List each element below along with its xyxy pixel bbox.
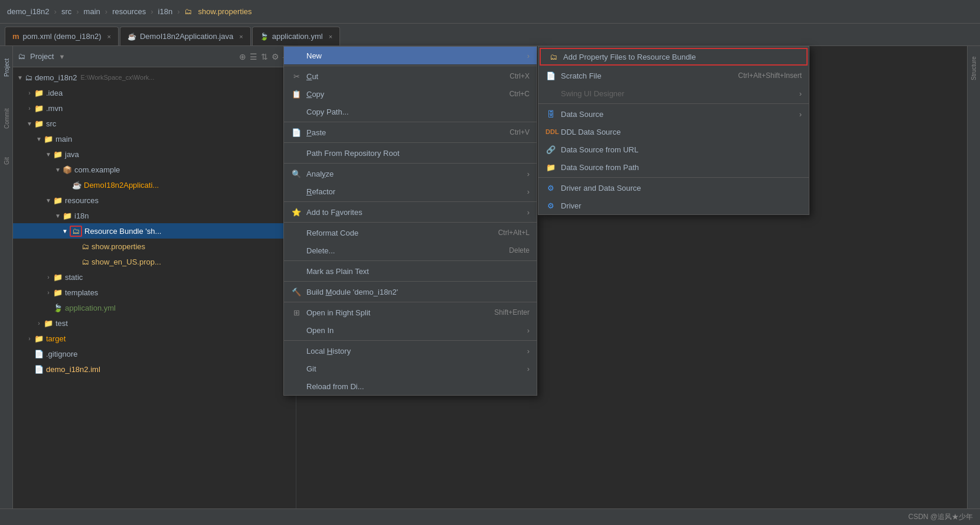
panel-expand-btn[interactable]: ⇅ (261, 52, 268, 61)
menu-analyze-arrow: › (527, 169, 530, 178)
breadcrumb-main[interactable]: main (84, 7, 100, 16)
tree-item-idea[interactable]: › 📁 .idea (13, 85, 296, 100)
menu-favorites-arrow: › (527, 208, 530, 217)
tab-pom[interactable]: m pom.xml (demo_i18n2) × (5, 27, 119, 45)
left-vtab-project[interactable]: Project (0, 50, 13, 85)
submenu-driver-label: Driver (561, 201, 802, 210)
tree-mvn-icon: 📁 (34, 104, 44, 113)
tree-idea-icon: 📁 (34, 89, 44, 97)
submenu-ddl-icon: DDL (545, 128, 556, 135)
menu-item-delete[interactable]: Delete... Delete (284, 242, 537, 259)
menu-favorites-label: Add to Favorites (306, 208, 520, 217)
menu-build-label: Build Module 'demo_i18n2' (306, 288, 530, 296)
breadcrumb-src[interactable]: src (61, 7, 71, 16)
tree-item-templates[interactable]: › 📁 templates (13, 285, 296, 300)
tree-target-icon: 📁 (34, 334, 44, 343)
tree-item-i18n[interactable]: ▼ 📁 i18n (13, 208, 296, 223)
menu-item-git[interactable]: Git › (284, 360, 537, 377)
tree-templates-arrow: › (44, 289, 53, 296)
submenu-item-scratch[interactable]: 📄 Scratch File Ctrl+Alt+Shift+Insert (538, 67, 809, 84)
tree-item-mvn[interactable]: › 📁 .mvn (13, 100, 296, 116)
tab-java[interactable]: ☕ DemoI18n2Application.java × (120, 27, 251, 45)
submenu-scratch-label: Scratch File (561, 71, 733, 80)
submenu-item-driver-ds[interactable]: ⚙ Driver and Data Source (538, 179, 809, 197)
menu-item-open-in[interactable]: Open In › (284, 321, 537, 339)
menu-item-refactor[interactable]: Refactor › (284, 182, 537, 200)
tree-root[interactable]: ▼ 🗂 demo_i18n2 E:\WorkSpace_cx\Work... (13, 70, 296, 85)
submenu-item-ds-path[interactable]: 📁 Data Source from Path (538, 158, 809, 176)
tab-pom-close[interactable]: × (107, 33, 111, 40)
submenu-sep-1 (538, 103, 809, 104)
tree-item-resource-bundle[interactable]: ▼ 🗂 Resource Bundle 'sh... (13, 223, 296, 239)
tab-yml-close[interactable]: × (329, 33, 332, 40)
submenu-ds-arrow: › (799, 110, 802, 119)
submenu-item-add-property[interactable]: 🗂 Add Property Files to Resource Bundle (540, 48, 808, 66)
tree-item-gitignore[interactable]: › 📄 .gitignore (13, 346, 296, 361)
submenu-item-ds-url[interactable]: 🔗 Data Source from URL (538, 141, 809, 158)
submenu-ds-path-label: Data Source from Path (561, 163, 802, 172)
menu-sep-7 (284, 260, 537, 261)
tree-item-java[interactable]: ▼ 📁 java (13, 146, 296, 162)
tab-java-close[interactable]: × (239, 33, 243, 40)
menu-item-open-right-split[interactable]: ⊞ Open in Right Split Shift+Enter (284, 304, 537, 321)
bottom-bar: CSDN @追风★少年 (0, 508, 980, 525)
tab-yml-label: application.yml (272, 32, 323, 41)
menu-new-label: New (306, 51, 520, 60)
menu-item-mark-plain[interactable]: Mark as Plain Text (284, 262, 537, 280)
submenu-item-ddl-ds[interactable]: DDL DDL Data Source (538, 123, 809, 141)
context-menu: New › ✂ Cut Ctrl+X 📋 Copy Ctrl+C Copy Pa… (283, 46, 537, 396)
panel-dropdown-icon[interactable]: ▼ (58, 53, 65, 60)
tree-item-com-example[interactable]: ▼ 📦 com.example (13, 162, 296, 177)
menu-item-paste[interactable]: 📄 Paste Ctrl+V (284, 123, 537, 141)
tab-yml[interactable]: 🍃 application.yml × (252, 27, 340, 45)
menu-delete-shortcut: Delete (509, 246, 530, 255)
tree-item-static[interactable]: › 📁 static (13, 269, 296, 285)
submenu-driver-ds-icon: ⚙ (545, 184, 556, 193)
tree-item-app-yml[interactable]: › 🍃 application.yml (13, 300, 296, 315)
left-vtab-commit[interactable]: Commit (0, 104, 13, 133)
menu-item-build[interactable]: 🔨 Build Module 'demo_i18n2' (284, 283, 537, 301)
tree-item-show-properties[interactable]: › 🗂 show.properties (13, 239, 296, 254)
tree-item-target[interactable]: › 📁 target (13, 331, 296, 346)
breadcrumb-i18n[interactable]: i18n (158, 7, 173, 16)
tree-item-resources[interactable]: ▼ 📁 resources (13, 193, 296, 208)
panel-settings-btn[interactable]: ☰ (250, 52, 257, 61)
submenu-add-prop-icon: 🗂 (548, 53, 558, 61)
tab-yml-icon: 🍃 (260, 32, 269, 41)
submenu-item-driver[interactable]: ⚙ Driver (538, 197, 809, 214)
menu-item-analyze[interactable]: 🔍 Analyze › (284, 165, 537, 182)
left-vtab-git[interactable]: Git (0, 152, 13, 170)
menu-item-reload[interactable]: Reload from Di... (284, 377, 537, 395)
tree-seu-icon: 🗂 (81, 257, 89, 266)
tree-root-icon: 🗂 (25, 73, 32, 82)
tree-item-test[interactable]: › 📁 test (13, 315, 296, 331)
menu-reload-label: Reload from Di... (306, 382, 530, 391)
menu-open-in-label: Open In (306, 326, 520, 335)
right-tab-structure[interactable]: Structure (971, 51, 977, 86)
breadcrumb-bar: demo_i18n2 › src › main › resources › i1… (0, 0, 980, 24)
tree-test-icon: 📁 (44, 319, 53, 328)
panel-locate-btn[interactable]: ⊕ (239, 52, 246, 61)
menu-item-path-repo[interactable]: Path From Repository Root (284, 144, 537, 162)
breadcrumb-resources[interactable]: resources (112, 7, 146, 16)
menu-item-favorites[interactable]: ⭐ Add to Favorites › (284, 203, 537, 221)
tree-item-demo-app[interactable]: › ☕ DemoI18n2Applicati... (13, 177, 296, 193)
menu-item-local-history[interactable]: Local History › (284, 342, 537, 360)
tree-root-path: E:\WorkSpace_cx\Work... (81, 74, 155, 81)
submenu-item-data-source[interactable]: 🗄 Data Source › (538, 105, 809, 123)
menu-item-copy[interactable]: 📋 Copy Ctrl+C (284, 85, 537, 103)
tree-item-show-en-us[interactable]: › 🗂 show_en_US.prop... (13, 254, 296, 269)
tree-item-src[interactable]: ▼ 📁 src (13, 116, 296, 131)
menu-item-new[interactable]: New › (284, 47, 537, 64)
breadcrumb-active[interactable]: show.properties (198, 7, 251, 16)
breadcrumb-root[interactable]: demo_i18n2 (7, 7, 50, 16)
tree-root-arrow: ▼ (15, 74, 25, 81)
tree-item-main[interactable]: ▼ 📁 main (13, 131, 296, 146)
panel-gear-btn[interactable]: ⚙ (272, 52, 279, 61)
tab-pom-icon: m (12, 32, 19, 41)
menu-paste-label: Paste (306, 128, 505, 137)
menu-item-reformat[interactable]: Reformat Code Ctrl+Alt+L (284, 224, 537, 242)
tree-item-iml[interactable]: › 📄 demo_i18n2.iml (13, 361, 296, 377)
menu-item-copy-path[interactable]: Copy Path... (284, 103, 537, 120)
menu-item-cut[interactable]: ✂ Cut Ctrl+X (284, 67, 537, 85)
